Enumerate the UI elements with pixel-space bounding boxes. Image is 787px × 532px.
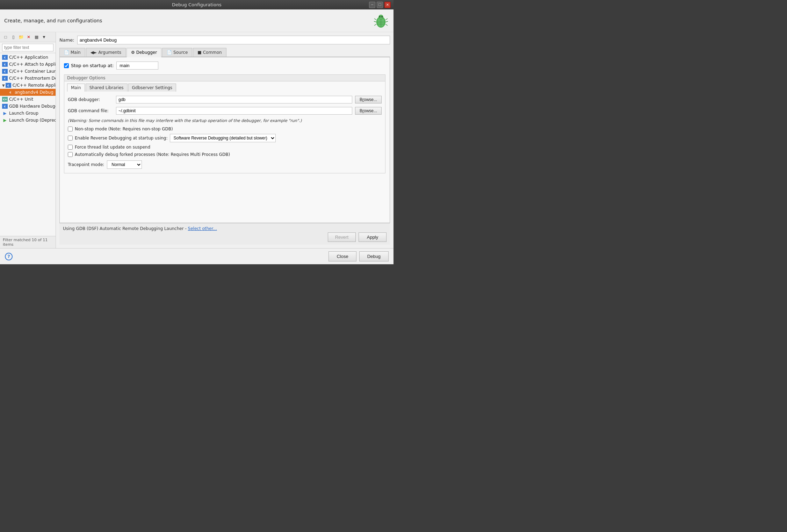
c-icon: c bbox=[2, 104, 8, 109]
inner-tabs: Main Shared Libraries Gdbserver Settings bbox=[64, 81, 385, 92]
tree-item-cpp-app[interactable]: c C/C++ Application bbox=[0, 54, 56, 61]
tree-label: C/C++ Remote Application bbox=[13, 83, 56, 88]
tab-arguments[interactable]: ◀► Arguments bbox=[86, 48, 126, 57]
help-button[interactable]: ? bbox=[5, 253, 13, 260]
c-icon: c bbox=[2, 62, 8, 67]
window-title: Debug Configurations bbox=[172, 2, 222, 7]
select-other-link[interactable]: Select other... bbox=[188, 226, 217, 231]
tree-item-cpp-attach[interactable]: c C/C++ Attach to Application bbox=[0, 61, 56, 68]
tab-label: Arguments bbox=[98, 50, 121, 55]
tree-item-launch-group-dep[interactable]: ▶ Launch Group (Deprecated) bbox=[0, 117, 56, 124]
non-stop-checkbox[interactable] bbox=[68, 127, 73, 131]
tab-main[interactable]: 📄 Main bbox=[59, 48, 85, 57]
c-icon: c bbox=[2, 76, 8, 81]
name-label: Name: bbox=[59, 37, 74, 43]
svg-line-11 bbox=[385, 24, 388, 26]
tab-source[interactable]: 📄 Source bbox=[162, 48, 192, 57]
tracepoint-label: Tracepoint mode: bbox=[68, 162, 104, 167]
bottom-bar: Using GDB (DSF) Automatic Remote Debuggi… bbox=[59, 223, 390, 245]
warning-text: (Warning: Some commands in this file may… bbox=[68, 118, 382, 123]
c-icon: c bbox=[2, 55, 8, 60]
tree-label: C/C++ Container Launcher bbox=[9, 69, 56, 74]
tree-label: C/C++ Attach to Application bbox=[9, 62, 56, 67]
reverse-debug-select[interactable]: Software Reverse Debugging (detailed but… bbox=[170, 134, 276, 142]
apply-button[interactable]: Apply bbox=[359, 232, 387, 242]
launch-group-dep-icon: ▶ bbox=[2, 118, 8, 123]
tab-debugger[interactable]: ⚙ Debugger bbox=[127, 48, 161, 57]
source-icon: 📄 bbox=[167, 50, 172, 55]
stop-at-input[interactable] bbox=[116, 62, 158, 70]
tree-item-gdb-hardware[interactable]: c GDB Hardware Debugging bbox=[0, 103, 56, 110]
config-tree: c C/C++ Application c C/C++ Attach to Ap… bbox=[0, 53, 56, 236]
reverse-debug-label: Enable Reverse Debugging at startup usin… bbox=[75, 136, 168, 141]
filter-input[interactable] bbox=[2, 44, 53, 51]
footer-bar: ? Close Debug bbox=[0, 248, 394, 264]
tree-item-angband-debug[interactable]: c angbandv4 Debug bbox=[0, 89, 56, 96]
svg-line-8 bbox=[374, 24, 376, 26]
tree-item-cpp-container[interactable]: c C/C++ Container Launcher bbox=[0, 68, 56, 75]
stop-on-startup-label: Stop on startup at: bbox=[71, 63, 114, 68]
stop-on-startup-checkbox[interactable] bbox=[64, 63, 69, 68]
gdb-command-input[interactable] bbox=[116, 107, 352, 115]
gdb-command-browse-button[interactable]: Browse... bbox=[355, 107, 382, 115]
gdb-command-label: GDB command file: bbox=[68, 108, 113, 113]
debugger-options-section: Debugger Options Main Shared Libraries G… bbox=[64, 74, 385, 173]
dropdown-button[interactable]: ▼ bbox=[41, 34, 48, 41]
svg-point-5 bbox=[382, 16, 383, 17]
svg-point-4 bbox=[380, 16, 381, 17]
tree-item-cpp-remote[interactable]: ▼ c C/C++ Remote Application bbox=[0, 82, 56, 89]
section-title: Debugger Options bbox=[64, 75, 385, 81]
c-icon: c bbox=[8, 90, 13, 95]
bug-icon bbox=[373, 12, 389, 29]
tab-label: Common bbox=[203, 50, 222, 55]
tree-label: Launch Group (Deprecated) bbox=[9, 118, 56, 123]
filter-status: Filter matched 10 of 11 items bbox=[0, 236, 56, 248]
tree-label: angbandv4 Debug bbox=[15, 90, 53, 95]
close-button[interactable]: Close bbox=[328, 251, 356, 261]
force-thread-checkbox[interactable] bbox=[68, 145, 73, 150]
folder-button[interactable]: 📁 bbox=[17, 34, 24, 41]
debug-button[interactable]: Debug bbox=[359, 251, 389, 261]
svg-line-9 bbox=[385, 19, 388, 20]
maximize-button[interactable]: ☐ bbox=[377, 2, 383, 8]
tab-label: Debugger bbox=[136, 50, 157, 55]
delete-button[interactable]: ✕ bbox=[25, 34, 32, 41]
launch-group-icon: ▶ bbox=[2, 111, 8, 116]
tab-common[interactable]: ■ Common bbox=[193, 48, 226, 57]
svg-line-7 bbox=[374, 21, 376, 22]
tab-label: Main bbox=[71, 50, 81, 55]
expand-icon: ▼ bbox=[2, 84, 5, 87]
gdb-debugger-browse-button[interactable]: Browse... bbox=[355, 96, 382, 103]
filter-button[interactable]: ▦ bbox=[33, 34, 40, 41]
launcher-info: Using GDB (DSF) Automatic Remote Debuggi… bbox=[63, 226, 387, 231]
minimize-button[interactable]: ─ bbox=[369, 2, 375, 8]
duplicate-button[interactable]: ▯ bbox=[10, 34, 17, 41]
inner-tab-shared-libs[interactable]: Shared Libraries bbox=[86, 84, 128, 92]
config-tabs: 📄 Main ◀► Arguments ⚙ Debugger 📄 Source … bbox=[59, 48, 390, 57]
non-stop-label: Non-stop mode (Note: Requires non-stop G… bbox=[75, 127, 173, 131]
c-icon: c bbox=[6, 83, 11, 88]
revert-button[interactable]: Revert bbox=[328, 232, 356, 242]
c-icon: c bbox=[2, 69, 8, 74]
svg-line-6 bbox=[374, 19, 376, 20]
inner-tab-gdbserver[interactable]: Gdbserver Settings bbox=[128, 84, 176, 92]
tree-label: C/C++ Application bbox=[9, 55, 48, 60]
debugger-icon: ⚙ bbox=[131, 50, 135, 55]
tree-item-cpp-unit[interactable]: cu C/C++ Unit bbox=[0, 96, 56, 103]
tree-item-launch-group[interactable]: ▶ Launch Group bbox=[0, 110, 56, 117]
auto-fork-checkbox[interactable] bbox=[68, 152, 73, 157]
tracepoint-select[interactable]: Normal Fast Static bbox=[107, 160, 142, 169]
force-thread-label: Force thread list update on suspend bbox=[75, 145, 150, 150]
close-window-button[interactable]: ✕ bbox=[384, 2, 391, 8]
inner-tab-content: GDB debugger: Browse... GDB command file… bbox=[64, 92, 385, 173]
config-name-input[interactable] bbox=[77, 36, 390, 44]
tree-item-cpp-postmortem[interactable]: c C/C++ Postmortem Debugger bbox=[0, 75, 56, 82]
reverse-debug-checkbox[interactable] bbox=[68, 136, 73, 141]
tab-label: Source bbox=[173, 50, 188, 55]
inner-tab-main[interactable]: Main bbox=[67, 84, 85, 92]
launcher-text: Using GDB (DSF) Automatic Remote Debuggi… bbox=[63, 226, 187, 231]
args-icon: ◀► bbox=[91, 50, 97, 55]
tree-label: C/C++ Postmortem Debugger bbox=[9, 76, 56, 81]
gdb-debugger-input[interactable] bbox=[116, 96, 352, 103]
new-config-button[interactable]: □ bbox=[2, 34, 9, 41]
